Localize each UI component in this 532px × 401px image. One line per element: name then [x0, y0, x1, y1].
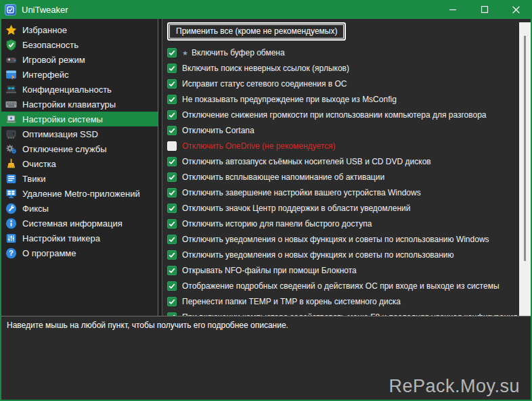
- tweak-option-row[interactable]: Отключить завершение настройки вашего ус…: [167, 185, 514, 200]
- checkbox-checked[interactable]: [167, 219, 177, 229]
- tweak-option-row[interactable]: Отключить значок Центр поддержки в облас…: [167, 200, 514, 216]
- checkbox-checked[interactable]: [167, 172, 177, 182]
- tweak-option-row[interactable]: Отображение подробных сведений о действи…: [167, 278, 514, 293]
- category-sidebar: ИзбранноеБезопасностьИгровой режимИнтерф…: [1, 19, 158, 316]
- checkbox-checked[interactable]: [167, 126, 177, 135]
- sidebar-item-game-mode[interactable]: Игровой режим: [1, 52, 158, 67]
- tweak-option-row[interactable]: Отключить OneDrive (не рекомендуется): [167, 138, 514, 154]
- tweak-option-label: Отключить завершение настройки вашего ус…: [182, 188, 421, 197]
- checkbox-checked[interactable]: [167, 48, 177, 57]
- sidebar-item-label: Удаление Metro-приложений: [22, 189, 140, 199]
- sidebar-item-label: Интерфейс: [22, 70, 68, 80]
- tweak-option-label: Открывать NFO-файлы при помощи Блокнота: [182, 266, 357, 275]
- tweak-option-label: Отключить автозапуск съёмных носителей U…: [182, 157, 431, 166]
- tweak-option-row[interactable]: Не показывать предупреждение при выходе …: [167, 91, 514, 107]
- sidebar-item-favorites[interactable]: Избранное: [1, 22, 158, 37]
- window-title: UniTweaker: [22, 5, 68, 15]
- tweak-option-label: Исправит статус сетевого соединения в ОС: [182, 79, 347, 89]
- sidebar-item-services[interactable]: Отключение службы: [1, 141, 158, 156]
- sidebar-item-fixes[interactable]: Фиксы: [1, 201, 158, 216]
- tweak-option-row[interactable]: Отключить историю для панели быстрого до…: [167, 216, 514, 231]
- sidebar-item-label: Конфиденциальность: [22, 85, 112, 95]
- sidebar-item-metro-apps[interactable]: Удаление Metro-приложений: [1, 186, 158, 201]
- scrollbar-thumb[interactable]: [524, 36, 526, 261]
- tweak-option-row[interactable]: Исправит статус сетевого соединения в ОС: [167, 76, 514, 91]
- checkbox-checked[interactable]: [167, 188, 177, 197]
- checkbox-checked[interactable]: [167, 235, 177, 244]
- sidebar-item-label: Настройки клавиатуры: [22, 99, 116, 110]
- checkbox-checked[interactable]: [167, 64, 177, 73]
- tweak-option-row[interactable]: Отключить уведомления о новых функциях и…: [167, 247, 514, 262]
- tweak-option-row[interactable]: Отключить автозапуск съёмных носителей U…: [167, 154, 514, 169]
- wrench-icon: [5, 203, 17, 214]
- checkbox-checked[interactable]: [167, 110, 177, 120]
- tweak-option-row[interactable]: Отключить уведомления о новых функциях и…: [167, 231, 514, 247]
- tweak-option-row[interactable]: Открывать NFO-файлы при помощи Блокнота: [167, 262, 514, 278]
- sidebar-item-label: Игровой режим: [22, 55, 85, 65]
- tweaks-panel: Применить все (кроме не рекомендуемых) ★…: [162, 19, 531, 316]
- keyboard-icon: [5, 99, 17, 110]
- tweak-options-list: ★Включить буфер обменаВключить поиск нев…: [167, 45, 514, 316]
- sidebar-item-tweaks[interactable]: Твики: [1, 171, 158, 186]
- window-controls: [437, 0, 532, 19]
- tweak-option-row[interactable]: Отключить всплывающее напоминание об акт…: [167, 169, 514, 185]
- checkbox-checked[interactable]: [167, 79, 177, 89]
- tweak-option-row[interactable]: При включении компьютера задействовать м…: [167, 309, 514, 316]
- apply-all-button-label: Применить все (кроме не рекомендуемых): [169, 24, 344, 39]
- sidebar-item-system-settings[interactable]: Настройки системы: [1, 112, 158, 126]
- sidebar-item-label: Настройки системы: [22, 114, 103, 124]
- checkbox-checked[interactable]: [167, 204, 177, 213]
- window-body: ИзбранноеБезопасностьИгровой режимИнтерф…: [1, 19, 531, 316]
- sidebar-item-interface[interactable]: Интерфейс: [1, 67, 158, 82]
- minimize-button[interactable]: [437, 0, 468, 19]
- list-icon: [5, 173, 17, 185]
- maximize-button[interactable]: [468, 0, 500, 19]
- close-button[interactable]: [500, 0, 532, 19]
- sidebar-item-cleanup[interactable]: Очистка: [1, 156, 158, 171]
- gears-icon: [5, 143, 17, 155]
- sidebar-item-keyboard-settings[interactable]: Настройки клавиатуры: [1, 97, 158, 112]
- app-logo-icon: [5, 4, 16, 16]
- tweak-option-row[interactable]: Отключить Cortana: [167, 122, 514, 138]
- sidebar-item-system-info[interactable]: Системная информация: [1, 216, 158, 231]
- checkbox-checked[interactable]: [167, 281, 177, 291]
- sidebar-item-label: Избранное: [22, 25, 67, 35]
- sidebar-item-ssd-optimization[interactable]: Оптимизация SSD: [1, 126, 158, 141]
- shield-icon: [5, 39, 17, 51]
- checkbox-unchecked[interactable]: [167, 141, 177, 151]
- hover-hint-text: Наведите мышь на любой пункт, чтобы полу…: [7, 321, 525, 330]
- sidebar-item-about[interactable]: ?О программе: [1, 245, 158, 260]
- favorite-star-icon: ★: [182, 49, 188, 57]
- sliders-icon: [5, 233, 17, 244]
- ssd-icon: [5, 128, 17, 140]
- tweak-option-row[interactable]: Включить поиск неверных ссылок (ярлыков): [167, 60, 514, 76]
- apply-all-button[interactable]: Применить все (кроме не рекомендуемых): [167, 22, 346, 41]
- sidebar-item-privacy[interactable]: Конфиденциальность: [1, 82, 158, 97]
- sidebar-item-security[interactable]: Безопасность: [1, 37, 158, 52]
- info-icon: [5, 218, 17, 229]
- sidebar-item-label: Оптимизация SSD: [22, 129, 98, 139]
- window-icon: [5, 69, 17, 80]
- tweak-option-label: Отображение подробных сведений о действи…: [182, 281, 500, 291]
- tweak-option-label: Включить поиск неверных ссылок (ярлыков): [182, 64, 349, 73]
- sidebar-item-tweaker-settings[interactable]: Настройки твикера: [1, 231, 158, 245]
- checkbox-checked[interactable]: [167, 157, 177, 166]
- app-window: UniTweaker ИзбранноеБезопасностьИгровой …: [0, 0, 532, 401]
- star-icon: [5, 24, 17, 36]
- tweak-option-label: Отключить значок Центр поддержки в облас…: [182, 204, 411, 213]
- checkbox-checked[interactable]: [167, 297, 177, 306]
- svg-text:?: ?: [9, 249, 14, 257]
- sidebar-item-label: Безопасность: [22, 40, 79, 50]
- tweak-option-label: Отключение снижения громкости при исполь…: [182, 110, 486, 120]
- checkbox-checked[interactable]: [167, 95, 177, 104]
- sidebar-item-label: Системная информация: [22, 218, 123, 229]
- tweak-option-row[interactable]: Отключение снижения громкости при исполь…: [167, 107, 514, 122]
- tweak-option-label: Отключить OneDrive (не рекомендуется): [182, 141, 336, 151]
- tweak-option-row[interactable]: Перенести папки TEMP и TMP в корень сист…: [167, 293, 514, 309]
- checkbox-checked[interactable]: [167, 266, 177, 275]
- tweak-option-row[interactable]: ★Включить буфер обмена: [167, 45, 514, 60]
- checkbox-checked[interactable]: [167, 250, 177, 260]
- sidebar-item-label: Твики: [22, 174, 46, 184]
- sidebar-item-label: О программе: [22, 248, 76, 258]
- vertical-scrollbar[interactable]: [519, 22, 531, 316]
